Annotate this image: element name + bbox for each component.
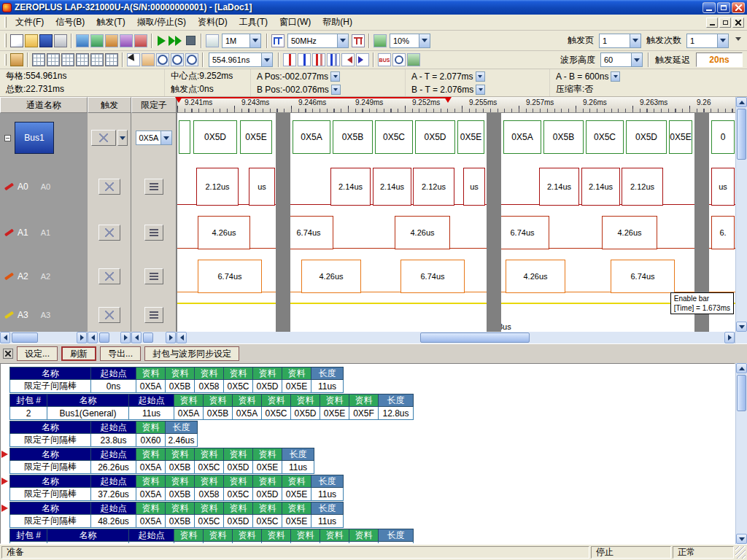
mdi-close-button[interactable] [732,18,744,28]
scroll-right-button[interactable] [77,332,87,343]
scroll-thumb[interactable] [420,332,530,343]
packet-toolbar-button[interactable]: 刷新 [61,346,96,361]
close-button[interactable] [732,2,745,13]
waveform-vertical-scrollbar[interactable] [735,97,747,332]
combo-dropdown-button[interactable] [419,34,430,47]
grid-icon-6[interactable] [105,53,118,66]
menu-item[interactable]: 资料(D) [192,14,233,31]
zoom-ratio-icon[interactable] [374,34,387,47]
packet-toolbar-button[interactable]: 导出... [100,346,141,361]
packet-value-cell[interactable]: 2.46us [166,434,198,447]
maximize-button[interactable] [717,2,730,13]
packet-value-cell[interactable]: 48.26us [91,515,136,528]
scroll-right-button[interactable] [166,332,176,343]
trigger-condition-button[interactable] [98,225,120,241]
scroll-left-button[interactable] [0,332,10,343]
scroll-track[interactable] [10,332,77,343]
packet-value-cell[interactable] [233,542,262,544]
pointer-icon[interactable] [127,53,140,66]
combo-dropdown-button[interactable] [630,34,640,47]
home-icon[interactable] [10,53,23,66]
prev-edge-icon[interactable] [341,53,355,66]
module-setup-icon[interactable] [134,34,147,47]
packet-value-cell[interactable]: 0X5A [136,461,166,474]
stop-icon[interactable] [184,34,197,47]
new-file-icon[interactable] [10,34,23,47]
grid-icon-5[interactable] [90,53,104,66]
packet-value-cell[interactable]: 0X5E [282,488,311,501]
time-ruler[interactable]: 9.241ms9.243ms9.246ms9.249ms9.252ms9.255… [177,97,735,113]
packet-value-cell[interactable] [349,542,379,544]
packet-value-cell[interactable]: 23.8us [91,434,136,447]
packet-vertical-scrollbar[interactable] [735,363,747,544]
scroll-left-button[interactable] [177,332,187,343]
combo-dropdown-button[interactable] [631,53,642,66]
qualifier-button[interactable] [144,268,163,284]
hand-icon[interactable] [142,53,155,66]
scroll-track[interactable] [187,332,724,343]
grid-icon-2[interactable] [47,53,60,66]
scroll-left-button[interactable] [131,332,142,343]
packet-value-cell[interactable]: 11us [311,380,344,393]
packet-value-cell[interactable] [129,542,174,544]
grid-icon-4[interactable] [76,53,89,66]
packet-value-cell[interactable]: 37.26us [91,488,136,501]
menu-item[interactable]: 窗口(W) [274,14,317,31]
packet-value-cell[interactable] [204,542,233,544]
packet-value-cell[interactable]: 0X5D [224,461,253,474]
zoom-fit-icon[interactable] [185,53,198,66]
toolbar-grip[interactable] [4,34,7,47]
packet-value-cell[interactable]: 0X5D [253,488,282,501]
scroll-thumb[interactable] [737,109,746,160]
sample-depth-combo[interactable]: 1M [222,34,261,48]
a-pos-dropdown[interactable] [330,71,340,82]
channel-row-bus[interactable]: Bus1 [0,113,88,163]
b2-bar-icon[interactable] [327,53,340,66]
packet-toolbar-button[interactable]: 封包与波形同步设定 [144,346,239,361]
rate-icon[interactable] [271,34,285,47]
scroll-left-button[interactable] [88,332,98,343]
bus-name-label[interactable]: Bus1 [15,122,54,154]
stack-setup-icon[interactable] [120,34,133,47]
packet-value-cell[interactable]: 0X5A [233,407,262,420]
bus-trace-icon[interactable]: BUS [378,53,391,66]
scroll-track[interactable] [142,332,166,343]
wave-height-combo[interactable]: 60 [600,52,643,67]
mdi-restore-button[interactable] [719,18,731,28]
waveform-hscrollbar[interactable] [177,332,735,343]
packet-value-cell[interactable]: 0X5B [166,380,195,393]
mdi-minimize-button[interactable] [706,18,718,28]
trigger-condition-button[interactable] [98,179,120,195]
menu-item[interactable]: 信号(B) [50,14,90,31]
packet-value-cell[interactable]: 12.8us [379,407,414,420]
packet-value-cell[interactable]: 0X5B [204,407,233,420]
packet-value-cell[interactable]: 0X5C [224,488,253,501]
packet-value-cell[interactable]: 0X5A [136,515,166,528]
packet-value-cell[interactable]: 0X5B [166,515,195,528]
combo-dropdown-button[interactable] [160,131,171,144]
channel-row-a1[interactable]: A1A1 [0,211,88,254]
find-icon[interactable] [392,53,406,66]
scroll-right-button[interactable] [120,332,131,343]
packet-value-cell[interactable] [320,542,349,544]
a-minus-b-dropdown[interactable] [611,71,620,82]
b-minus-t-dropdown[interactable] [476,85,485,95]
packet-value-cell[interactable]: 0X5C [224,380,253,393]
depth-icon[interactable] [206,34,219,47]
bus-qualifier-combo[interactable]: 0X5A [136,131,172,145]
packet-value-cell[interactable]: 限定子间隔棒 [9,461,91,474]
packet-value-cell[interactable]: 0X60 [136,434,166,447]
packet-value-cell[interactable] [9,542,47,544]
toolbar-grip[interactable] [4,54,7,66]
combo-dropdown-button[interactable] [261,53,272,66]
a2-waveform-row[interactable]: 6.74us4.26us6.74us4.26us6.74us [177,254,735,298]
a-bar-icon[interactable] [283,53,296,66]
next-edge-icon[interactable] [356,53,369,66]
packet-value-cell[interactable]: 11us [311,488,344,501]
trigger-panel-hscrollbar[interactable] [88,332,131,343]
qualifier-button[interactable] [144,225,163,241]
packet-value-cell[interactable]: 0X5A [174,407,204,420]
scroll-up-button[interactable] [736,97,747,107]
packet-panel-close-button[interactable] [3,349,13,359]
menu-item[interactable]: 工具(T) [233,14,274,31]
